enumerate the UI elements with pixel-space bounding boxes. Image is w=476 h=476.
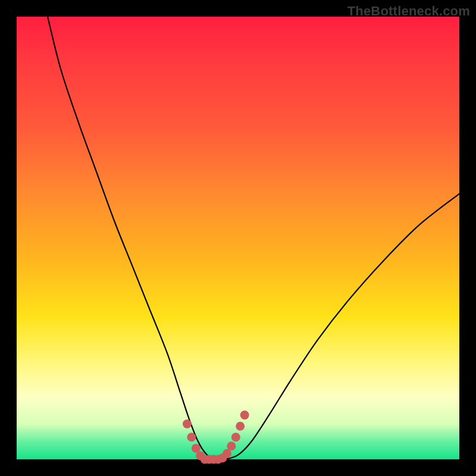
plot-area — [17, 17, 459, 459]
valley-dot — [227, 441, 236, 450]
valley-dot — [192, 444, 201, 453]
valley-dot — [231, 433, 240, 441]
chart-frame: TheBottleneck.com — [0, 0, 476, 476]
valley-dot — [187, 433, 196, 441]
valley-dot — [240, 411, 249, 419]
curve-svg — [17, 17, 459, 459]
valley-dot — [183, 419, 192, 428]
valley-highlight — [183, 411, 249, 464]
valley-dot — [223, 449, 231, 458]
bottleneck-curve — [48, 17, 459, 460]
valley-dot — [236, 422, 245, 431]
